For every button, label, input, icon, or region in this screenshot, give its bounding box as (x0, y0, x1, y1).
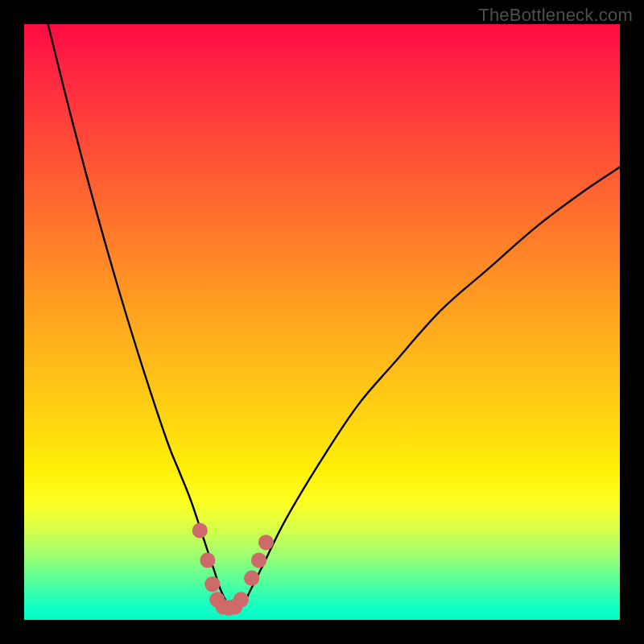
plot-area (24, 24, 620, 620)
highlight-dot (244, 571, 259, 586)
bottleneck-curve (48, 24, 620, 609)
highlight-dot (192, 522, 208, 538)
highlight-dot (233, 592, 249, 607)
highlight-dot (251, 552, 266, 568)
highlight-dot (200, 552, 215, 568)
chart-svg (24, 24, 620, 620)
highlight-dot (258, 535, 274, 550)
watermark-text: TheBottleneck.com (478, 5, 633, 26)
chart-stage: TheBottleneck.com (0, 0, 644, 644)
highlight-dot (204, 576, 220, 592)
